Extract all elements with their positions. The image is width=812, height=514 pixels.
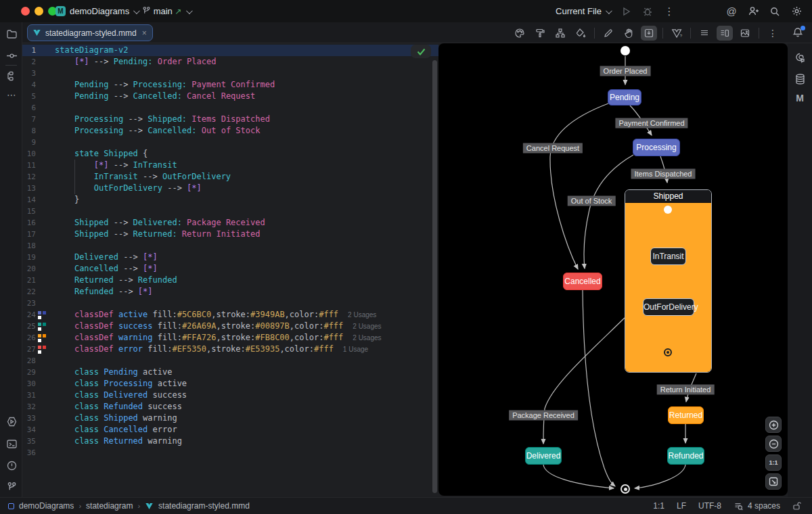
code-line-35[interactable]: 35 class Returned warning (22, 436, 438, 447)
code-line-36[interactable]: 36 (22, 447, 438, 459)
services-tool-icon[interactable] (5, 415, 18, 428)
project-selector[interactable]: demoDiagrams (70, 6, 138, 16)
actual-size-button[interactable]: 1:1 (765, 454, 782, 471)
search-everywhere-icon[interactable] (769, 5, 781, 18)
layout-icon[interactable] (552, 26, 568, 41)
color-preview-chips[interactable] (38, 346, 49, 354)
project-tool-icon[interactable] (5, 27, 18, 41)
code-line-8[interactable]: 8 Processing --> Cancelled: Out of Stock (22, 125, 438, 137)
terminal-tool-icon[interactable] (5, 437, 18, 450)
state-node-pending[interactable]: Pending (608, 89, 641, 106)
git-tool-icon[interactable] (5, 480, 18, 494)
code-line-33[interactable]: 33 class Shipped warning (22, 413, 438, 424)
code-line-17[interactable]: 17 Shipped --> Returned: Return Initiate… (22, 229, 438, 240)
state-node-refunded[interactable]: Refunded (667, 447, 704, 465)
debug-button[interactable] (641, 5, 654, 18)
structure-tool-icon[interactable] (5, 69, 18, 83)
code-line-23[interactable]: 23 (22, 298, 438, 309)
code-line-20[interactable]: 20 Cancelled --> [*] (22, 263, 438, 275)
state-node-delivered[interactable]: Delivered (525, 447, 562, 465)
view-editor-only-icon[interactable] (696, 26, 713, 41)
close-tab-icon[interactable]: × (142, 28, 147, 38)
view-preview-only-icon[interactable] (737, 26, 753, 41)
tab-statediagram-styled[interactable]: statediagram-styled.mmd × (27, 24, 153, 41)
color-preview-chips[interactable] (38, 334, 49, 342)
state-shipped-composite[interactable]: Shipped (625, 189, 712, 373)
code-line-9[interactable]: 9 (22, 137, 438, 148)
color-preview-chips[interactable] (38, 323, 49, 331)
code-line-12[interactable]: 12 InTransit --> OutForDelivery (22, 171, 438, 183)
code-line-21[interactable]: 21 Returned --> Refunded (22, 275, 438, 286)
toolbar-more-icon[interactable]: ⋮ (765, 26, 781, 41)
code-line-2[interactable]: 2 [*] --> Pending: Order Placed (22, 56, 438, 68)
fill-color-icon[interactable] (572, 26, 589, 41)
code-line-27[interactable]: 27 classDef error fill:#EF5350,stroke:#E… (22, 344, 438, 355)
code-line-19[interactable]: 19 Delivered --> [*] (22, 252, 438, 263)
settings-gear-icon[interactable] (790, 5, 803, 18)
breadcrumb-project[interactable]: demoDiagrams (19, 501, 74, 511)
scroll-to-source-icon[interactable] (641, 26, 657, 41)
code-line-3[interactable]: 3 (22, 68, 438, 79)
inspection-status-widget[interactable] (411, 45, 431, 58)
notifications-bell-icon[interactable] (792, 26, 805, 40)
unlocked-icon[interactable] (792, 501, 801, 511)
indent-setting[interactable]: 4 spaces (734, 501, 780, 511)
code-line-5[interactable]: 5 Pending --> Cancelled: Cancel Request (22, 91, 438, 102)
view-split-icon[interactable] (717, 26, 733, 41)
paint-roller-icon[interactable] (532, 26, 548, 41)
state-node-processing[interactable]: Processing (633, 139, 680, 156)
problems-tool-icon[interactable] (5, 459, 18, 472)
tool-window-indicator-icon[interactable] (8, 503, 14, 509)
pan-mode-icon[interactable] (621, 26, 637, 41)
usages-hint[interactable]: 2 Usages (353, 334, 381, 342)
branch-selector[interactable]: main ↗ (142, 6, 191, 16)
code-line-15[interactable]: 15 (22, 206, 438, 217)
usages-hint[interactable]: 2 Usages (348, 311, 376, 319)
file-encoding[interactable]: UTF-8 (698, 501, 721, 511)
code-line-25[interactable]: 25 classDef success fill:#26A69A,stroke:… (22, 321, 438, 332)
editor-scrollbar[interactable] (432, 60, 437, 493)
minimize-window-button[interactable] (35, 7, 43, 16)
code-line-22[interactable]: 22 Refunded --> [*] (22, 286, 438, 298)
state-node-outfordelivery[interactable]: OutForDelivery (643, 298, 694, 316)
code-line-13[interactable]: 13 OutForDelivery --> [*] (22, 183, 438, 194)
usages-hint[interactable]: 1 Usage (343, 346, 368, 353)
code-line-7[interactable]: 7 Processing --> Shipped: Items Dispatch… (22, 114, 438, 125)
more-actions-menu[interactable]: ⋮ (663, 5, 675, 18)
mermaid-help-icon[interactable]: ? (669, 26, 685, 41)
run-configuration-selector[interactable]: Current File (556, 6, 610, 16)
code-line-29[interactable]: 29 class Pending active (22, 367, 438, 378)
mermaid-tool-icon[interactable]: M (793, 91, 807, 105)
state-node-returned[interactable]: Returned (668, 406, 704, 424)
ai-assistant-tool-icon[interactable] (793, 51, 807, 64)
zoom-in-button[interactable] (765, 417, 782, 433)
breadcrumb-folder[interactable]: statediagram (86, 501, 133, 511)
more-tools-icon[interactable]: ⋯ (5, 88, 18, 101)
code-line-34[interactable]: 34 class Cancelled error (22, 424, 438, 436)
state-node-cancelled[interactable]: Cancelled (563, 273, 602, 290)
code-line-32[interactable]: 32 class Refunded success (22, 401, 438, 413)
commit-tool-icon[interactable] (5, 49, 18, 62)
code-line-10[interactable]: 10 state Shipped { (22, 148, 438, 160)
code-line-28[interactable]: 28 (22, 355, 438, 367)
diagram-preview[interactable]: Shipped PendingProcessingCancelledInTran… (438, 43, 788, 496)
close-window-button[interactable] (21, 7, 30, 16)
code-line-16[interactable]: 16 Shipped --> Delivered: Package Receiv… (22, 217, 438, 229)
color-theme-icon[interactable] (512, 26, 528, 41)
code-line-4[interactable]: 4 Pending --> Processing: Payment Confir… (22, 79, 438, 91)
code-with-me-icon[interactable] (747, 5, 759, 18)
code-line-30[interactable]: 30 class Processing active (22, 378, 438, 390)
code-line-1[interactable]: 1stateDiagram-v2 (22, 45, 438, 56)
code-line-14[interactable]: 14 } (22, 194, 438, 206)
code-line-11[interactable]: 11 [*] --> InTransit (22, 160, 438, 171)
code-line-26[interactable]: 26 classDef warning fill:#FFA726,stroke:… (22, 332, 438, 344)
state-node-intransit[interactable]: InTransit (650, 248, 686, 265)
usages-hint[interactable]: 2 Usages (353, 323, 381, 330)
color-preview-chips[interactable] (38, 311, 49, 319)
code-line-6[interactable]: 6 (22, 102, 438, 114)
fit-content-button[interactable] (765, 473, 782, 490)
run-button[interactable] (620, 5, 632, 18)
breadcrumb-file[interactable]: statediagram-styled.mmd (158, 501, 250, 511)
caret-position[interactable]: 1:1 (653, 501, 664, 511)
line-separator[interactable]: LF (677, 501, 686, 511)
